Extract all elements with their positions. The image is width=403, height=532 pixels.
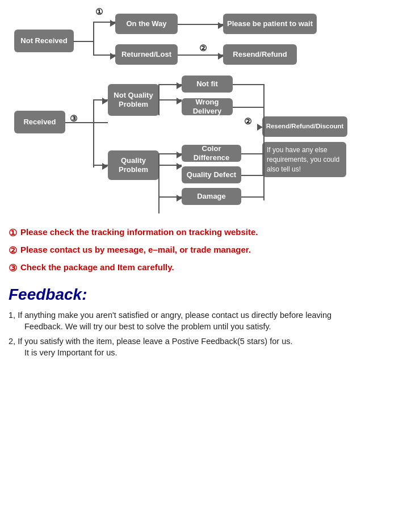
feedback-prefix-2: 2, xyxy=(9,337,15,346)
line-nqv xyxy=(158,84,159,115)
legend-text-1: Please check the tracking information on… xyxy=(20,227,258,237)
feedback-title: Feedback: xyxy=(9,286,394,304)
box-not-received: Not Received xyxy=(14,30,74,52)
legend-item-1: ① Please check the tracking information … xyxy=(9,227,394,239)
legend-text-2: Please contact us by meesage, e–mail, or… xyxy=(20,245,251,254)
line-qpv xyxy=(158,153,159,213)
box-damage: Damage xyxy=(182,188,241,205)
line-nfv xyxy=(263,84,265,127)
box-not-fit: Not fit xyxy=(182,76,233,93)
line-h0 xyxy=(73,41,94,42)
box-not-quality: Not Quality Problem xyxy=(108,84,159,116)
feedback-item-2: 2, If you satisfy with the item, please … xyxy=(9,337,394,357)
feedback-main-1: If anything make you aren't satisfied or… xyxy=(18,311,331,320)
box-received: Received xyxy=(14,111,65,133)
arrow-7 xyxy=(177,82,182,89)
circle-1: ① xyxy=(95,7,103,17)
line-h4 xyxy=(178,55,223,56)
box-quality-defect: Quality Defect xyxy=(182,166,241,183)
line-v1 xyxy=(93,22,94,56)
line-cdv xyxy=(263,127,265,200)
circle-2a: ② xyxy=(199,43,207,53)
box-resend-refund: Resend/Refund xyxy=(223,44,297,65)
feedback-section: Feedback: 1, If anything make you aren't… xyxy=(9,286,394,357)
legend-num-3: ③ xyxy=(9,262,17,274)
line-rv xyxy=(93,99,94,167)
arrow-1 xyxy=(110,20,116,27)
box-returned-lost: Returned/Lost xyxy=(115,44,178,65)
line-h3 xyxy=(178,24,223,25)
feedback-main-2: If you satisfy with the item, please lea… xyxy=(18,337,292,346)
legend-item-3: ③ Check the package and Item carefully. xyxy=(9,262,394,274)
flowchart: ① Not Received On the Way Returned/Lost … xyxy=(9,6,394,221)
feedback-indent-1: Feedback. We will try our best to solve … xyxy=(24,322,394,331)
arrow-8 xyxy=(177,98,182,104)
arrow-6 xyxy=(102,163,108,170)
circle-2b: ② xyxy=(244,116,251,127)
line-qd1 xyxy=(241,175,264,176)
feedback-item-1: 1, If anything make you aren't satisfied… xyxy=(9,311,394,331)
line-r1 xyxy=(65,122,108,123)
line-nf1 xyxy=(233,84,264,85)
feedback-indent-2: It is very Important for us. xyxy=(24,348,394,357)
feedback-prefix-1: 1, xyxy=(9,311,15,320)
box-quality-problem: Quality Problem xyxy=(108,150,159,180)
line-cd1 xyxy=(241,153,264,154)
box-color-difference: Color Difference xyxy=(182,145,241,162)
legend: ① Please check the tracking information … xyxy=(9,227,394,274)
box-resend-refund-discount: Resend/Refund/Discount xyxy=(262,116,347,137)
line-wd1 xyxy=(233,107,264,108)
arrow-10 xyxy=(177,163,182,170)
box-wrong-delivery: Wrong Delivery xyxy=(182,98,233,115)
box-on-the-way: On the Way xyxy=(115,14,178,34)
legend-num-1: ① xyxy=(9,227,17,239)
box-note: If you have any else requirements, you c… xyxy=(262,142,346,177)
arrow-main xyxy=(257,124,263,131)
arrow-3 xyxy=(218,22,224,29)
arrow-9 xyxy=(177,152,182,158)
box-please-wait: Please be patient to wait xyxy=(223,14,317,34)
arrow-2 xyxy=(110,53,116,60)
legend-item-2: ② Please contact us by meesage, e–mail, … xyxy=(9,245,394,257)
arrow-11 xyxy=(177,195,182,202)
arrow-4 xyxy=(218,53,224,60)
arrow-5 xyxy=(102,98,108,104)
line-dm1 xyxy=(241,196,264,198)
legend-num-2: ② xyxy=(9,245,17,257)
legend-text-3: Check the package and Item carefully. xyxy=(20,262,174,272)
